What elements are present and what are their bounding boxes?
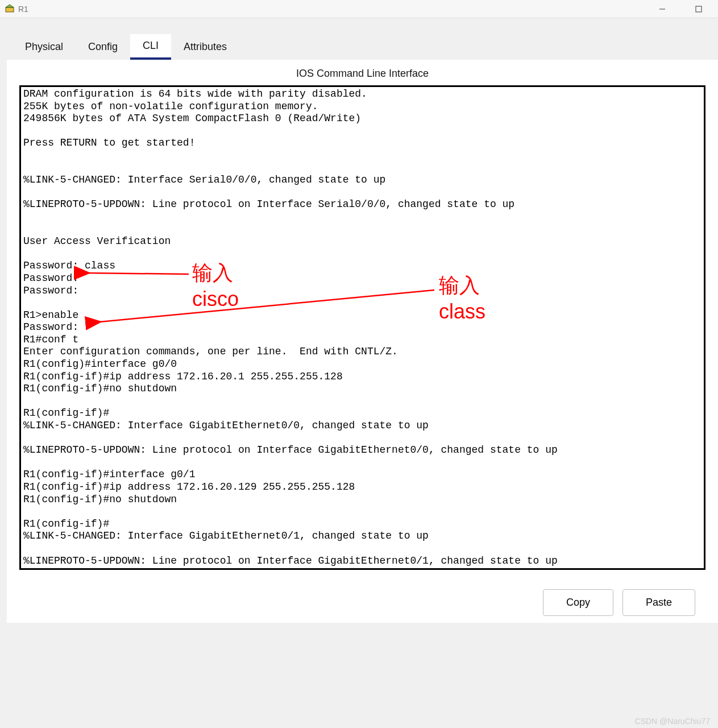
button-row: Copy Paste — [7, 578, 718, 623]
watermark: CSDN @NaruChiu77 — [635, 717, 710, 726]
svg-rect-3 — [696, 6, 702, 12]
tab-cli[interactable]: CLI — [130, 34, 171, 60]
tab-attributes[interactable]: Attributes — [171, 34, 239, 60]
title-bar: R1 — [0, 0, 718, 18]
content: Physical Config CLI Attributes IOS Comma… — [0, 18, 718, 623]
cli-terminal[interactable]: DRAM configuration is 64 bits wide with … — [19, 85, 705, 570]
cli-panel: IOS Command Line Interface DRAM configur… — [7, 60, 718, 623]
tab-config[interactable]: Config — [76, 34, 130, 60]
tab-physical[interactable]: Physical — [13, 34, 76, 60]
maximize-button[interactable] — [688, 1, 709, 17]
app-icon — [5, 4, 15, 14]
minimize-button[interactable] — [652, 1, 673, 17]
copy-button[interactable]: Copy — [543, 589, 613, 616]
svg-rect-0 — [6, 7, 14, 12]
window-controls — [652, 1, 713, 17]
svg-marker-1 — [6, 5, 14, 7]
paste-button[interactable]: Paste — [622, 589, 695, 616]
tab-bar: Physical Config CLI Attributes — [7, 34, 718, 60]
panel-title: IOS Command Line Interface — [7, 68, 718, 80]
window-title: R1 — [18, 5, 28, 14]
